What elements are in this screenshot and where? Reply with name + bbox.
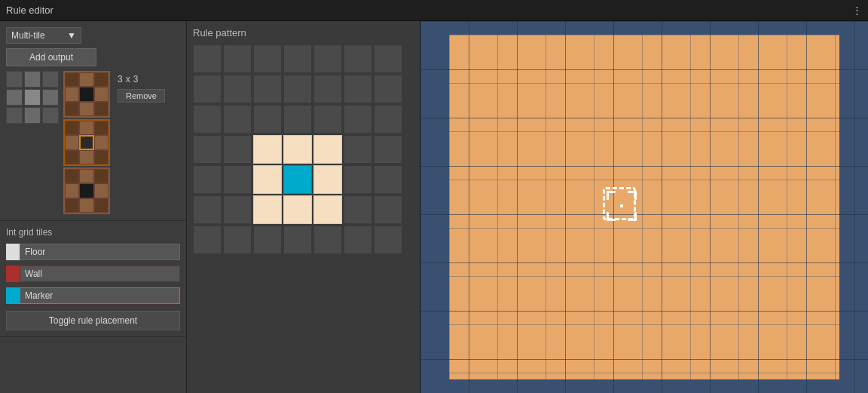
pattern-cell-3-6[interactable] (374, 135, 402, 164)
pattern-cell-5-4[interactable] (313, 195, 342, 224)
pattern-cell-4-1[interactable] (223, 165, 252, 194)
small-cell (6, 89, 23, 106)
pattern-cell-6-1[interactable] (223, 226, 252, 254)
pattern-cell-6-0[interactable] (193, 226, 222, 254)
pattern-cell-1-3[interactable] (283, 75, 312, 103)
tile-preview-area: 3 x 3 Remove (6, 71, 180, 214)
svg-rect-3 (634, 191, 637, 200)
tile-type-marker[interactable]: Marker (6, 286, 180, 305)
pattern-cell-6-6[interactable] (374, 226, 402, 254)
pattern-cell-6-3[interactable] (283, 226, 312, 254)
size-label: 3 x 3 (118, 74, 165, 84)
pattern-cell-5-1[interactable] (223, 195, 252, 224)
pattern-cell-6-2[interactable] (253, 226, 282, 254)
pattern-cell-2-1[interactable] (223, 105, 252, 134)
pattern-cell-1-4[interactable] (313, 75, 342, 103)
pattern-cell-0-0[interactable] (193, 45, 222, 73)
pattern-cell-2-5[interactable] (344, 105, 372, 134)
pattern-cell-2-2[interactable] (253, 105, 282, 134)
target-svg (605, 189, 638, 223)
mode-dropdown-label: Multi-tile (11, 30, 45, 41)
tile-type-wall[interactable]: Wall (6, 264, 180, 284)
marker-swatch (6, 287, 20, 304)
pattern-cell-3-0[interactable] (193, 135, 222, 164)
title-bar: Rule editor ⋮ (0, 0, 868, 21)
title-bar-menu-icon[interactable]: ⋮ (852, 5, 862, 16)
int-grid-title: Int grid tiles (6, 227, 180, 238)
tile-sprites-container (63, 71, 110, 214)
pattern-cell-3-1[interactable] (223, 135, 252, 164)
pattern-cell-2-3[interactable] (283, 105, 312, 134)
pattern-cell-5-0[interactable] (193, 195, 222, 224)
pattern-cell-2-6[interactable] (374, 105, 402, 134)
floor-swatch (6, 244, 20, 260)
pattern-cell-1-5[interactable] (344, 75, 372, 103)
size-width: 3 (118, 74, 123, 84)
small-grid (6, 71, 59, 124)
small-cell (42, 89, 59, 106)
mode-dropdown[interactable]: Multi-tile ▼ (6, 27, 81, 44)
pattern-cell-1-0[interactable] (193, 75, 222, 103)
tile-sprite-1[interactable] (63, 71, 110, 118)
int-grid-section: Int grid tiles Floor Wall Marker Toggle … (0, 221, 186, 337)
small-cell (42, 71, 59, 88)
canvas-outer-grid (420, 21, 868, 393)
pattern-cell-5-3[interactable] (283, 195, 312, 224)
pattern-cell-0-4[interactable] (313, 45, 342, 73)
svg-rect-1 (607, 191, 609, 200)
pattern-cell-4-6[interactable] (374, 165, 402, 194)
right-area: Rule pattern (187, 21, 868, 393)
wall-label: Wall (20, 266, 180, 282)
pattern-cell-1-1[interactable] (223, 75, 252, 103)
remove-button[interactable]: Remove (118, 89, 165, 103)
pattern-cell-5-5[interactable] (344, 195, 372, 224)
pattern-cell-0-6[interactable] (374, 45, 402, 73)
small-cell (6, 107, 23, 124)
svg-rect-7 (634, 212, 637, 221)
pattern-cell-1-6[interactable] (374, 75, 402, 103)
pattern-cell-4-3[interactable] (283, 165, 312, 194)
pattern-cell-4-4[interactable] (313, 165, 342, 194)
pattern-cell-6-5[interactable] (344, 226, 372, 254)
pattern-cell-3-5[interactable] (344, 135, 372, 164)
pattern-cell-0-5[interactable] (344, 45, 372, 73)
rule-pattern-title: Rule pattern (193, 27, 414, 38)
pattern-grid (193, 45, 414, 254)
tile-sprite-3[interactable] (63, 167, 110, 214)
small-cell (24, 71, 41, 88)
pattern-cell-5-6[interactable] (374, 195, 402, 224)
main-layout: Multi-tile ▼ Add output (0, 21, 868, 393)
pattern-cell-4-2[interactable] (253, 165, 282, 194)
pattern-cell-3-4[interactable] (313, 135, 342, 164)
pattern-cell-2-0[interactable] (193, 105, 222, 134)
pattern-cell-1-2[interactable] (253, 75, 282, 103)
pattern-cell-0-3[interactable] (283, 45, 312, 73)
pattern-cell-2-4[interactable] (313, 105, 342, 134)
size-remove-group: 3 x 3 Remove (118, 71, 165, 103)
small-cell (24, 89, 41, 106)
small-cell (6, 71, 23, 88)
pattern-cell-3-2[interactable] (253, 135, 282, 164)
floor-label: Floor (20, 244, 180, 260)
canvas-area[interactable] (420, 21, 868, 393)
dropdown-row: Multi-tile ▼ (6, 27, 180, 44)
size-height: 3 (133, 74, 139, 84)
pattern-cell-4-0[interactable] (193, 165, 222, 194)
pattern-cell-0-1[interactable] (223, 45, 252, 73)
rule-pattern-panel: Rule pattern (187, 21, 420, 393)
pattern-cell-6-4[interactable] (313, 226, 342, 254)
pattern-cell-3-3[interactable] (283, 135, 312, 164)
small-cell (24, 107, 41, 124)
tile-sprite-2[interactable] (63, 119, 110, 166)
pattern-cell-5-2[interactable] (253, 195, 282, 224)
marker-label: Marker (20, 287, 180, 304)
toggle-rule-placement-button[interactable]: Toggle rule placement (6, 311, 180, 330)
left-panel: Multi-tile ▼ Add output (0, 21, 187, 393)
pattern-cell-0-2[interactable] (253, 45, 282, 73)
target-cursor-icon (603, 187, 636, 220)
tile-type-floor[interactable]: Floor (6, 242, 180, 262)
wall-swatch (6, 266, 20, 282)
add-output-button[interactable]: Add output (6, 48, 96, 66)
svg-rect-8 (620, 204, 623, 207)
pattern-cell-4-5[interactable] (344, 165, 372, 194)
